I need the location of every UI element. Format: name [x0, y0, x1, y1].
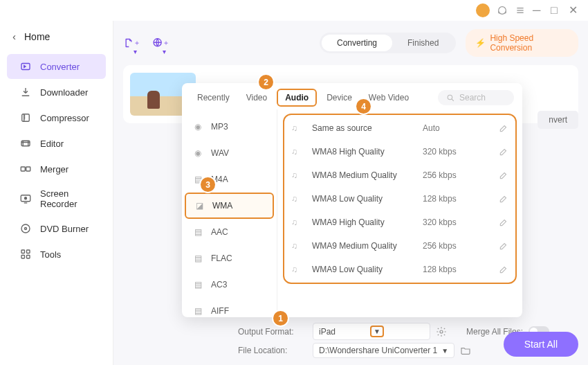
format-item-wav[interactable]: ◉WAV — [182, 140, 277, 166]
audio-format-icon: ◪ — [193, 199, 205, 212]
svg-point-19 — [448, 95, 452, 100]
high-speed-conversion-button[interactable]: ⚡ High Speed Conversion — [466, 29, 578, 57]
output-format-select[interactable]: iPad ▼ — [313, 323, 430, 340]
format-label: WMA — [212, 201, 232, 211]
svg-rect-14 — [27, 250, 30, 253]
quality-value: 256 kbps — [423, 170, 471, 180]
annotation-badge-4: 4 — [356, 99, 371, 114]
quality-value: Auto — [423, 123, 471, 133]
panel-tab-audio[interactable]: Audio — [277, 89, 317, 107]
chevron-down-icon: ▼ — [370, 326, 384, 337]
open-folder-icon[interactable] — [460, 345, 471, 356]
minimize-button[interactable]: ─ — [533, 5, 544, 16]
quality-row[interactable]: ♫ WMA9 Low Quality 128 kbps — [284, 258, 515, 281]
quality-name: WMA8 Medium Quality — [312, 170, 414, 180]
annotation-badge-1: 1 — [273, 311, 288, 326]
sidebar-item-converter[interactable]: Converter — [7, 54, 106, 79]
add-file-button[interactable]: ＋▾ — [123, 33, 143, 53]
svg-rect-16 — [27, 256, 30, 259]
maximize-button[interactable]: □ — [551, 5, 562, 16]
tab-converting[interactable]: Converting — [322, 35, 392, 51]
format-item-aac[interactable]: ▤AAC — [182, 219, 277, 245]
edit-quality-icon[interactable] — [499, 123, 508, 133]
quality-row[interactable]: ♫ Same as source Auto — [284, 116, 515, 140]
sidebar-item-tools[interactable]: Tools — [7, 242, 106, 267]
hsc-label: High Speed Conversion — [490, 33, 569, 53]
quality-name: WMA9 High Quality — [312, 217, 414, 227]
close-button[interactable]: ✕ — [569, 5, 580, 16]
format-item-m4a[interactable]: ▤M4A — [182, 166, 277, 193]
file-location-label: File Location: — [238, 346, 307, 355]
support-icon[interactable] — [497, 5, 508, 16]
format-search[interactable]: Search — [438, 90, 514, 105]
edit-quality-icon[interactable] — [499, 194, 508, 204]
format-panel-tabs: Recently Video Audio Device Web Video Se… — [182, 83, 522, 109]
back-chevron-icon: ‹ — [12, 30, 16, 42]
dvd-icon — [19, 222, 32, 235]
format-item-wma[interactable]: ◪WMA — [185, 193, 274, 219]
format-list: ◉MP3 ◉WAV ▤M4A ◪WMA ▤AAC ▤FLAC ▤AC3 ▤AIF… — [182, 109, 277, 317]
sidebar-item-downloader[interactable]: Downloader — [7, 80, 106, 105]
format-item-ac3[interactable]: ▤AC3 — [182, 271, 277, 298]
svg-rect-7 — [21, 167, 25, 171]
quality-row[interactable]: ♫ WMA8 Medium Quality 256 kbps — [284, 163, 515, 187]
sidebar-item-compressor[interactable]: Compressor — [7, 105, 106, 130]
music-note-icon: ♫ — [291, 241, 304, 251]
svg-point-10 — [25, 197, 27, 199]
edit-quality-icon[interactable] — [499, 217, 508, 227]
compressor-icon — [19, 112, 32, 124]
quality-row[interactable]: ♫ WMA8 Low Quality 128 kbps — [284, 187, 515, 211]
quality-list: ♫ Same as source Auto ♫ WMA8 High Qualit… — [277, 109, 522, 317]
edit-quality-icon[interactable] — [499, 265, 508, 274]
svg-point-12 — [25, 228, 27, 230]
sidebar-item-dvd-burner[interactable]: DVD Burner — [7, 216, 106, 241]
format-label: AAC — [211, 227, 228, 237]
svg-point-11 — [21, 224, 30, 233]
audio-format-icon: ▤ — [192, 252, 204, 265]
sidebar-item-editor[interactable]: Editor — [7, 131, 106, 156]
panel-tab-video[interactable]: Video — [239, 90, 274, 105]
quality-value: 256 kbps — [423, 241, 471, 251]
home-button[interactable]: ‹ Home — [0, 26, 113, 53]
quality-name: Same as source — [312, 123, 414, 133]
quality-row[interactable]: ♫ WMA9 High Quality 320 kbps — [284, 211, 515, 234]
format-item-aiff[interactable]: ▤AIFF — [182, 298, 277, 317]
start-all-button[interactable]: Start All — [504, 332, 578, 357]
add-url-button[interactable]: ＋▾ — [152, 33, 172, 53]
output-settings-icon[interactable] — [436, 326, 447, 337]
sidebar-item-screen-recorder[interactable]: Screen Recorder — [7, 182, 106, 215]
music-note-icon: ♫ — [291, 170, 304, 180]
format-label: FLAC — [211, 253, 232, 263]
format-panel: Recently Video Audio Device Web Video Se… — [182, 83, 522, 317]
quality-row[interactable]: ♫ WMA8 High Quality 320 kbps — [284, 140, 515, 163]
format-item-mp3[interactable]: ◉MP3 — [182, 114, 277, 140]
quality-name: WMA8 Low Quality — [312, 194, 414, 204]
panel-tab-recently[interactable]: Recently — [190, 90, 237, 105]
bolt-icon: ⚡ — [475, 38, 486, 48]
music-note-icon: ♫ — [291, 265, 304, 274]
sidebar-item-label: DVD Burner — [40, 224, 89, 234]
editor-icon — [19, 137, 32, 150]
sidebar-item-label: Merger — [40, 164, 68, 175]
quality-value: 128 kbps — [423, 265, 471, 274]
edit-quality-icon[interactable] — [499, 241, 508, 251]
format-label: WAV — [211, 148, 229, 158]
edit-quality-icon[interactable] — [499, 147, 508, 157]
format-item-flac[interactable]: ▤FLAC — [182, 245, 277, 271]
sidebar-item-label: Converter — [40, 62, 80, 72]
file-location-value: D:\Wondershare UniConverter 1 — [319, 346, 437, 355]
output-format-value: iPad — [319, 327, 336, 337]
user-avatar[interactable] — [476, 3, 490, 17]
panel-tab-device[interactable]: Device — [320, 90, 359, 105]
sidebar-item-merger[interactable]: Merger — [7, 157, 106, 181]
quality-row[interactable]: ♫ WMA9 Medium Quality 256 kbps — [284, 234, 515, 258]
format-label: AIFF — [211, 306, 229, 316]
edit-quality-icon[interactable] — [499, 170, 508, 180]
menu-icon[interactable] — [515, 5, 526, 16]
file-location-select[interactable]: D:\Wondershare UniConverter 1 ▼ — [313, 343, 454, 358]
sidebar-item-label: Tools — [40, 249, 61, 260]
music-note-icon: ♫ — [291, 147, 304, 157]
convert-button-peek[interactable]: nvert — [538, 111, 578, 129]
tab-finished[interactable]: Finished — [392, 35, 454, 51]
sidebar-item-label: Compressor — [40, 113, 89, 123]
